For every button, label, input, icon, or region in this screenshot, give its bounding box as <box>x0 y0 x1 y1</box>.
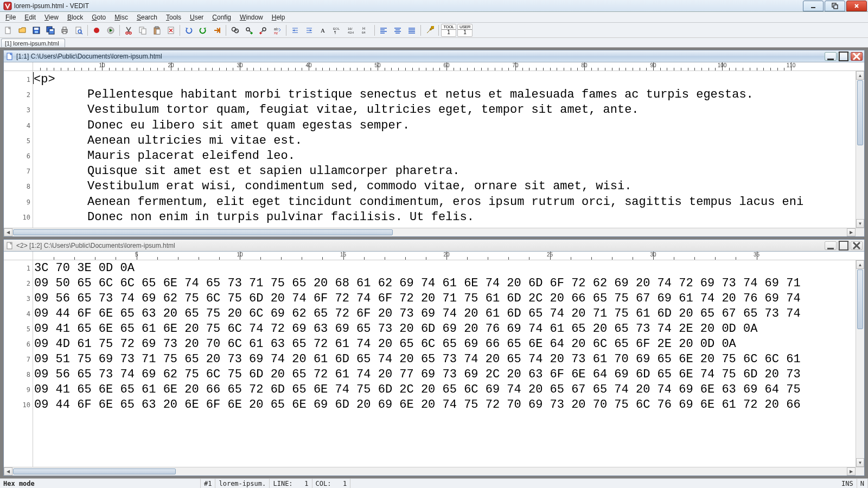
tb-find-icon[interactable] <box>228 24 241 37</box>
editor-body-hex[interactable]: 12345678910 3C 70 3E 0D 0A09 50 65 6C 6C… <box>4 260 864 467</box>
scroll-thumb[interactable] <box>857 269 863 329</box>
child-min-icon[interactable] <box>825 52 837 61</box>
tb-find-prev-icon[interactable] <box>257 24 270 37</box>
app-icon <box>3 2 12 10</box>
tb-tools-icon[interactable] <box>423 24 436 37</box>
child-titlebar-hex[interactable]: <2> [1:2] C:\Users\Public\Documents\lore… <box>4 240 864 252</box>
svg-rect-12 <box>63 27 66 29</box>
tb-eol-icon[interactable]: EOL¶ <box>331 24 344 37</box>
tb-open-icon[interactable] <box>16 24 29 37</box>
scroll-down-icon[interactable]: ▼ <box>856 219 864 228</box>
tb-indent-right-icon[interactable] <box>303 24 316 37</box>
tb-save-all-icon[interactable] <box>44 24 57 37</box>
text-content[interactable]: <p>Pellentesque habitant morbi tristique… <box>33 71 856 228</box>
child-min-icon[interactable] <box>825 241 837 250</box>
status-col: COL: 1 <box>312 479 351 488</box>
tb-replace-icon[interactable]: abxy <box>271 24 284 37</box>
scroll-left-icon[interactable]: ◀ <box>4 228 12 236</box>
menu-config[interactable]: Config <box>208 12 235 22</box>
doc-icon <box>5 52 14 61</box>
menu-goto[interactable]: Goto <box>87 12 110 22</box>
vscroll[interactable]: ▲ ▼ <box>856 71 864 228</box>
tb-find-next-icon[interactable] <box>242 24 256 37</box>
svg-rect-24 <box>156 29 160 34</box>
editor-body-text[interactable]: 12345678910 <p>Pellentesque habitant mor… <box>4 71 864 228</box>
child-title-text: [1:1] C:\Users\Public\Documents\lorem-ip… <box>16 53 825 60</box>
svg-rect-10 <box>50 29 53 31</box>
svg-rect-42 <box>839 52 848 61</box>
svg-rect-13 <box>63 31 66 34</box>
menu-misc[interactable]: Misc <box>110 12 132 22</box>
menu-tools[interactable]: Tools <box>162 12 186 22</box>
line-number-gutter: 12345678910 <box>4 260 33 467</box>
hscroll-thumb[interactable] <box>13 468 176 474</box>
tb-align-left-icon[interactable] <box>377 24 390 37</box>
hscroll[interactable]: ◀ ▶ <box>4 228 864 236</box>
buffer-tab-1[interactable]: [1] lorem-ipsum.html <box>1 38 65 47</box>
child-close-icon[interactable] <box>851 241 863 250</box>
tb-play-icon[interactable] <box>104 24 117 37</box>
scroll-right-icon[interactable]: ▶ <box>847 467 856 476</box>
tb-hex64-icon[interactable]: H64 <box>359 24 372 37</box>
menu-block[interactable]: Block <box>63 12 87 22</box>
tb-indent-left-icon[interactable] <box>289 24 302 37</box>
tb-goto-icon[interactable] <box>210 24 224 37</box>
scroll-down-icon[interactable]: ▼ <box>856 458 864 467</box>
menu-edit[interactable]: Edit <box>20 12 40 22</box>
scroll-up-icon[interactable]: ▲ <box>856 260 864 269</box>
tb-undo-icon[interactable] <box>182 24 195 37</box>
menu-window[interactable]: Window <box>235 12 267 22</box>
scroll-left-icon[interactable]: ◀ <box>4 467 12 476</box>
child-title-hex: <2> [1:2] C:\Users\Public\Documents\lore… <box>16 242 825 249</box>
svg-rect-1 <box>811 7 815 8</box>
tb-align-center-icon[interactable] <box>391 24 404 37</box>
svg-rect-7 <box>35 31 38 33</box>
menu-help[interactable]: Help <box>267 12 290 22</box>
hscroll[interactable]: ◀ ▶ <box>4 467 864 476</box>
child-titlebar-text[interactable]: [1:1] C:\Users\Public\Documents\lorem-ip… <box>4 50 864 62</box>
child-max-icon[interactable] <box>838 241 850 250</box>
tb-record-icon[interactable] <box>90 24 103 37</box>
toolbar: abxy A EOL¶ 16/41H H64 TOOL1 USER1 <box>0 23 868 38</box>
scroll-right-icon[interactable]: ▶ <box>847 228 856 236</box>
scroll-thumb[interactable] <box>857 80 863 145</box>
window-maximize-button[interactable] <box>825 1 845 11</box>
tb-delete-icon[interactable] <box>164 24 177 37</box>
hex-content[interactable]: 3C 70 3E 0D 0A09 50 65 6C 6C 65 6E 74 65… <box>33 260 856 467</box>
svg-point-18 <box>126 32 128 34</box>
menu-search[interactable]: Search <box>132 12 162 22</box>
menu-user[interactable]: User <box>186 12 208 22</box>
hscroll-thumb[interactable] <box>13 229 393 235</box>
tb-copy-icon[interactable] <box>136 24 149 37</box>
window-close-button[interactable] <box>846 1 867 11</box>
tb-cut-icon[interactable] <box>122 24 135 37</box>
window-minimize-button[interactable] <box>803 1 824 11</box>
tb-new-icon[interactable] <box>2 24 15 37</box>
tb-user1-button[interactable]: USER1 <box>457 24 473 37</box>
child-close-icon[interactable] <box>851 52 863 61</box>
svg-text:ab: ab <box>274 27 278 31</box>
tb-redo-icon[interactable] <box>196 24 209 37</box>
vscroll[interactable]: ▲ ▼ <box>856 260 864 467</box>
scroll-up-icon[interactable]: ▲ <box>856 71 864 80</box>
child-max-icon[interactable] <box>838 52 850 61</box>
svg-rect-6 <box>34 28 39 30</box>
child-window-hex: <2> [1:2] C:\Users\Public\Documents\lore… <box>3 239 865 476</box>
status-file: lorem-ipsum. <box>215 479 270 488</box>
tb-paste-icon[interactable] <box>150 24 163 37</box>
tb-print-preview-icon[interactable] <box>72 24 85 37</box>
menu-view[interactable]: View <box>40 12 63 22</box>
svg-rect-26 <box>219 28 220 33</box>
tb-text-icon[interactable]: A <box>317 24 330 37</box>
tb-align-justify-icon[interactable] <box>405 24 418 37</box>
mdi-area: [1:1] C:\Users\Public\Documents\lorem-ip… <box>0 48 868 478</box>
svg-text:41H: 41H <box>348 31 354 34</box>
svg-rect-23 <box>155 27 158 28</box>
status-buf: #1 <box>201 479 215 488</box>
svg-text:xy: xy <box>274 31 278 35</box>
tb-print-icon[interactable] <box>58 24 71 37</box>
menu-file[interactable]: File <box>1 12 20 22</box>
tb-hex16-icon[interactable]: 16/41H <box>345 24 358 37</box>
tb-tool1-button[interactable]: TOOL1 <box>441 24 456 37</box>
tb-save-icon[interactable] <box>30 24 43 37</box>
